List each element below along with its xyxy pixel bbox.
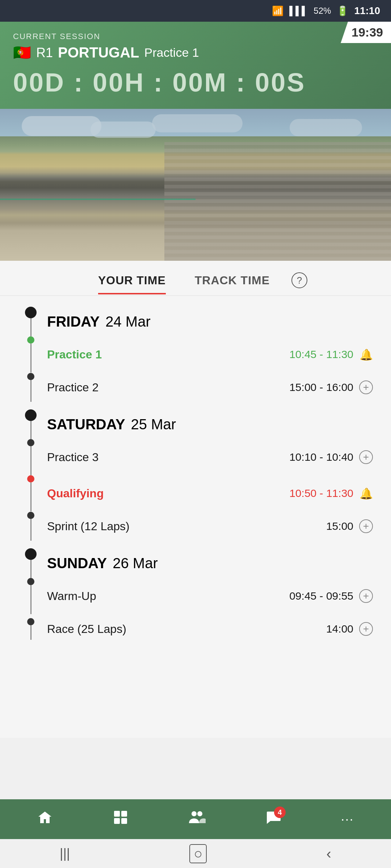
- svg-rect-0: [114, 811, 120, 817]
- race-time: 14:00 +: [326, 622, 373, 636]
- riders-icon: [188, 809, 206, 829]
- flag-icon: 🇵🇹: [13, 44, 31, 61]
- session-type-label: Practice 1: [144, 46, 199, 60]
- battery-level: 52%: [314, 6, 331, 16]
- warmup-time: 09:45 - 09:55 +: [289, 589, 373, 603]
- message-badge: 4: [274, 807, 286, 818]
- practice1-time: 10:45 - 11:30 🔔: [289, 348, 373, 361]
- session-title: 🇵🇹 R1 PORTUGAL Practice 1: [13, 44, 378, 61]
- svg-point-4: [192, 811, 197, 816]
- sys-recent-icon[interactable]: ‹: [327, 846, 331, 862]
- sys-back-icon[interactable]: |||: [60, 846, 70, 861]
- qualifying-time: 10:50 - 11:30 🔔: [289, 486, 373, 500]
- tab-your-time[interactable]: YOUR TIME: [84, 274, 180, 294]
- nav-messages[interactable]: 4: [265, 809, 281, 829]
- nav-home[interactable]: [37, 809, 53, 829]
- saturday-date: 25 Mar: [131, 416, 176, 433]
- wifi-icon: 📶: [272, 5, 283, 17]
- nav-grid[interactable]: [113, 809, 129, 829]
- session-qualifying: Qualifying 10:50 - 11:30 🔔: [47, 478, 373, 508]
- race-name: Race (25 Laps): [47, 622, 126, 636]
- track-visual: [0, 109, 391, 261]
- warmup-alarm-icon[interactable]: +: [359, 589, 373, 603]
- help-icon[interactable]: ?: [291, 272, 307, 288]
- practice1-alarm-icon[interactable]: 🔔: [359, 348, 373, 361]
- country-label: PORTUGAL: [58, 44, 139, 61]
- qualifying-name: Qualifying: [47, 487, 104, 500]
- race-dot: [27, 618, 34, 625]
- session-race: Race (25 Laps) 14:00 +: [47, 614, 373, 644]
- saturday-label: SATURDAY: [47, 416, 125, 433]
- friday-dot: [25, 307, 37, 318]
- schedule-section: FRIDAY 24 Mar Practice 1 10:45 - 11:30 🔔: [0, 296, 391, 738]
- friday-date: 24 Mar: [105, 314, 151, 330]
- battery-icon: 🔋: [337, 5, 348, 17]
- practice2-alarm-icon[interactable]: +: [359, 380, 373, 394]
- clock: 11:10: [354, 5, 380, 17]
- status-bar: 📶 ▌▌▌ 52% 🔋 11:10: [0, 0, 391, 22]
- practice3-dot: [27, 439, 34, 446]
- more-icon: ···: [341, 812, 354, 827]
- corner-time: 19:39: [341, 22, 391, 43]
- system-nav: ||| ○ ‹: [0, 839, 391, 868]
- sunday-dot: [25, 548, 37, 560]
- sprint-alarm-icon[interactable]: +: [359, 519, 373, 533]
- sprint-dot: [27, 512, 34, 519]
- race-alarm-icon[interactable]: +: [359, 622, 373, 636]
- session-practice1: Practice 1 10:45 - 11:30 🔔: [47, 340, 373, 369]
- nav-more[interactable]: ···: [341, 812, 354, 827]
- round-label: R1: [36, 45, 53, 60]
- sunday-date: 26 Mar: [113, 555, 158, 571]
- svg-rect-3: [121, 818, 127, 824]
- track-image: [0, 109, 391, 261]
- grid-icon: [113, 809, 129, 829]
- tabs-section: YOUR TIME TRACK TIME ?: [0, 261, 391, 296]
- practice3-alarm-icon[interactable]: +: [359, 450, 373, 464]
- practice1-dot: [27, 336, 34, 344]
- svg-rect-2: [114, 818, 120, 824]
- home-icon: [37, 809, 53, 829]
- practice1-name: Practice 1: [47, 348, 102, 361]
- warmup-dot: [27, 578, 34, 585]
- day-block-sunday: SUNDAY 26 Mar Warm-Up 09:45 - 09:55 +: [22, 548, 373, 644]
- warmup-name: Warm-Up: [47, 590, 96, 603]
- practice3-name: Practice 3: [47, 451, 98, 464]
- current-session-label: CURRENT SESSION: [13, 32, 378, 41]
- nav-riders[interactable]: [188, 809, 206, 829]
- practice2-dot: [27, 373, 34, 380]
- saturday-dot: [25, 409, 37, 421]
- day-block-saturday: SATURDAY 25 Mar Practice 3 10:10 - 10:40…: [22, 409, 373, 541]
- session-sprint: Sprint (12 Laps) 15:00 +: [47, 511, 373, 541]
- session-practice3: Practice 3 10:10 - 10:40 +: [47, 442, 373, 472]
- countdown-timer: 00D : 00H : 00M : 00S: [13, 68, 378, 97]
- qualifying-dot: [27, 475, 34, 482]
- friday-label: FRIDAY: [47, 314, 100, 330]
- svg-point-5: [197, 811, 202, 816]
- header-banner: 19:39 CURRENT SESSION 🇵🇹 R1 PORTUGAL Pra…: [0, 22, 391, 109]
- practice3-time: 10:10 - 10:40 +: [289, 450, 373, 464]
- sprint-time: 15:00 +: [326, 519, 373, 533]
- tab-track-time[interactable]: TRACK TIME: [180, 274, 284, 294]
- practice2-time: 15:00 - 16:00 +: [289, 380, 373, 394]
- qualifying-alarm-icon[interactable]: 🔔: [359, 486, 373, 500]
- bottom-nav: 4 ···: [0, 799, 391, 839]
- session-practice2: Practice 2 15:00 - 16:00 +: [47, 373, 373, 402]
- svg-rect-1: [121, 811, 127, 817]
- signal-icon: ▌▌▌: [289, 6, 308, 16]
- session-warmup: Warm-Up 09:45 - 09:55 +: [47, 581, 373, 611]
- practice2-name: Practice 2: [47, 381, 98, 394]
- sprint-name: Sprint (12 Laps): [47, 520, 130, 533]
- sunday-label: SUNDAY: [47, 555, 107, 571]
- day-block-friday: FRIDAY 24 Mar Practice 1 10:45 - 11:30 🔔: [22, 307, 373, 402]
- sys-home-icon[interactable]: ○: [189, 844, 207, 863]
